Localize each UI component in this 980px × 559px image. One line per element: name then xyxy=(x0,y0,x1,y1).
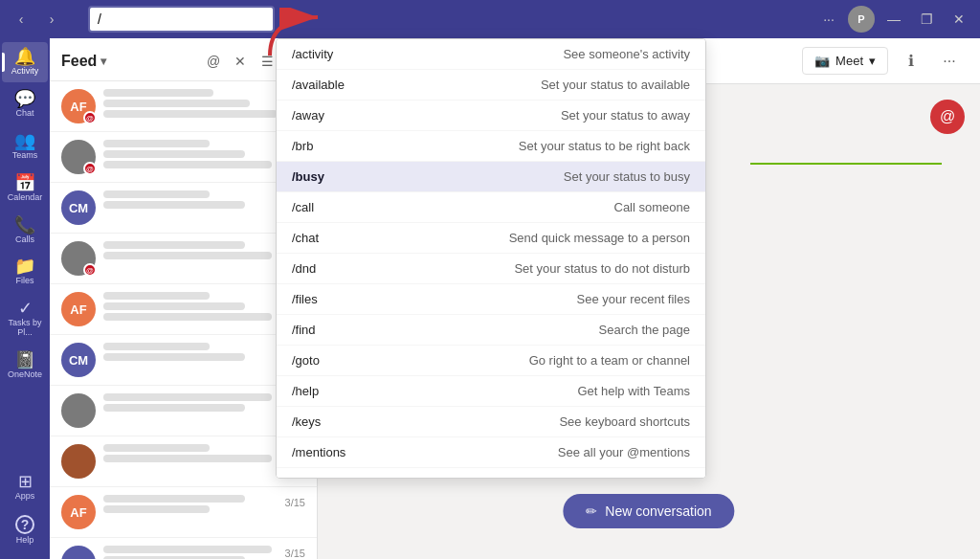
sidebar-item-apps[interactable]: ⊞ Apps xyxy=(2,467,48,507)
toolbar-ellipsis-button[interactable]: ··· xyxy=(934,46,965,77)
new-conversation-label: New conversation xyxy=(605,503,711,519)
feed-line xyxy=(103,100,250,107)
command-item-activity[interactable]: /activity See someone's activity xyxy=(277,39,705,70)
command-name: /away xyxy=(292,108,407,123)
command-name: /activity xyxy=(292,47,407,61)
command-item-goto[interactable]: /goto Go right to a team or channel xyxy=(277,346,705,376)
nav-forward-button[interactable]: › xyxy=(38,6,65,33)
command-item-dnd[interactable]: /dnd Set your status to do not disturb xyxy=(277,254,705,284)
feed-line xyxy=(103,505,210,513)
avatar: CM xyxy=(61,343,96,377)
command-name: /available xyxy=(292,78,407,92)
feed-item-lines xyxy=(103,546,281,559)
feed-item-date: 3/15 xyxy=(285,546,305,559)
sidebar-item-onenote-label: OneNote xyxy=(8,370,42,380)
command-item-files[interactable]: /files See your recent files xyxy=(277,284,705,315)
feed-item-content xyxy=(103,241,281,259)
badge: @ xyxy=(83,111,97,124)
command-item-keys[interactable]: /keys See keyboard shortcuts xyxy=(277,407,705,437)
command-desc: Set your status to be right back xyxy=(519,139,690,153)
sidebar-item-calls[interactable]: 📞 Calls xyxy=(2,211,48,251)
avatar[interactable]: P xyxy=(848,6,875,33)
sidebar-item-calendar-label: Calendar xyxy=(8,193,43,203)
tasks-icon: ✓ xyxy=(18,300,33,317)
activity-icon: 🔔 xyxy=(14,48,35,65)
command-item-find[interactable]: /find Search the page xyxy=(277,315,705,346)
ellipsis-button[interactable]: ··· xyxy=(815,6,842,33)
sidebar-item-calls-label: Calls xyxy=(15,235,34,245)
feed-item[interactable]: AF 3/15 xyxy=(50,487,317,538)
command-desc: Set your status to available xyxy=(541,78,690,92)
notification-bell[interactable]: @ xyxy=(930,100,965,134)
feed-chevron-icon[interactable]: ▾ xyxy=(100,55,106,68)
sidebar-item-help[interactable]: ? Help xyxy=(2,509,48,551)
command-name: /keys xyxy=(292,414,407,429)
sidebar-item-activity[interactable]: 🔔 Activity xyxy=(2,42,48,82)
command-item-available[interactable]: /available Set your status to available xyxy=(277,70,705,101)
command-name: /busy xyxy=(292,169,407,184)
search-input[interactable] xyxy=(88,6,275,33)
feed-line xyxy=(103,252,272,259)
sidebar-item-teams[interactable]: 👥 Teams xyxy=(2,126,48,167)
feed-line xyxy=(103,190,210,198)
feed-item-lines xyxy=(103,140,281,168)
command-name: /files xyxy=(292,292,407,306)
sidebar-item-chat-label: Chat xyxy=(15,109,33,119)
nav-back-button[interactable]: ‹ xyxy=(8,6,34,33)
command-desc: Send quick message to a person xyxy=(509,231,690,245)
feed-close-button[interactable]: ✕ xyxy=(229,50,252,73)
sidebar-item-tasks[interactable]: ✓ Tasks by Pl... xyxy=(2,294,48,344)
feed-item-right: 3/15 xyxy=(281,495,305,508)
feed-item[interactable]: AF 3/15 xyxy=(50,538,317,559)
command-name: /find xyxy=(292,323,407,337)
command-desc: Get help with Teams xyxy=(577,384,690,398)
feed-line xyxy=(103,161,272,168)
sidebar-item-chat[interactable]: 💬 Chat xyxy=(2,84,48,124)
command-item-away[interactable]: /away Set your status to away xyxy=(277,101,705,131)
command-item-brb[interactable]: /brb Set your status to be right back xyxy=(277,131,705,162)
feed-item-lines xyxy=(103,241,281,259)
sidebar-item-calendar[interactable]: 📅 Calendar xyxy=(2,168,48,209)
command-item-chat[interactable]: /chat Send quick message to a person xyxy=(277,223,705,254)
command-desc: Set your status to away xyxy=(561,108,690,123)
minimize-button[interactable]: — xyxy=(880,6,907,33)
feed-line xyxy=(103,313,272,321)
feed-line xyxy=(103,455,272,462)
command-item-offline[interactable]: /offline Set your status to appear offli… xyxy=(277,468,705,479)
feed-item-right: 3/15 xyxy=(281,546,305,559)
command-desc: Set your status to appear offline xyxy=(515,476,690,479)
command-item-help[interactable]: /help Get help with Teams xyxy=(277,376,705,407)
command-desc: Search the page xyxy=(599,323,690,337)
feed-item-content xyxy=(103,495,281,513)
command-desc: Set your status to do not disturb xyxy=(514,261,690,276)
sidebar-item-activity-label: Activity xyxy=(11,67,39,77)
sidebar-bottom: ⊞ Apps ? Help xyxy=(2,467,48,559)
feed-item-content xyxy=(103,444,281,462)
title-bar-left: ‹ › xyxy=(8,6,290,33)
content-line xyxy=(750,163,942,165)
meet-button[interactable]: 📷 Meet ▾ xyxy=(802,47,888,75)
sidebar-item-files[interactable]: 📁 Files xyxy=(2,252,48,292)
command-item-busy[interactable]: /busy Set your status to busy xyxy=(277,162,705,192)
close-button[interactable]: ✕ xyxy=(946,6,972,33)
title-bar: ‹ › ··· P — ❐ ✕ xyxy=(0,0,980,38)
feed-mention-button[interactable]: @ xyxy=(202,50,225,73)
command-item-mentions[interactable]: /mentions See all your @mentions xyxy=(277,437,705,468)
sidebar-item-onenote[interactable]: 📓 OneNote xyxy=(2,346,48,386)
command-item-call[interactable]: /call Call someone xyxy=(277,192,705,223)
maximize-button[interactable]: ❐ xyxy=(913,6,940,33)
feed-line xyxy=(103,353,245,361)
command-desc: Call someone xyxy=(614,200,691,214)
command-name: /offline xyxy=(292,476,407,479)
feed-line xyxy=(103,404,245,412)
info-button[interactable]: ℹ xyxy=(896,46,926,77)
new-conversation-button[interactable]: ✏ New conversation xyxy=(563,494,734,528)
onenote-icon: 📓 xyxy=(14,351,35,369)
badge: @ xyxy=(83,162,97,175)
edit-icon: ✏ xyxy=(586,503,597,519)
camera-icon: 📷 xyxy=(814,54,830,68)
feed-line xyxy=(103,546,272,553)
sidebar-item-tasks-label: Tasks by Pl... xyxy=(4,319,46,338)
feed-title-text: Feed xyxy=(61,53,97,70)
feed-line xyxy=(103,292,210,300)
